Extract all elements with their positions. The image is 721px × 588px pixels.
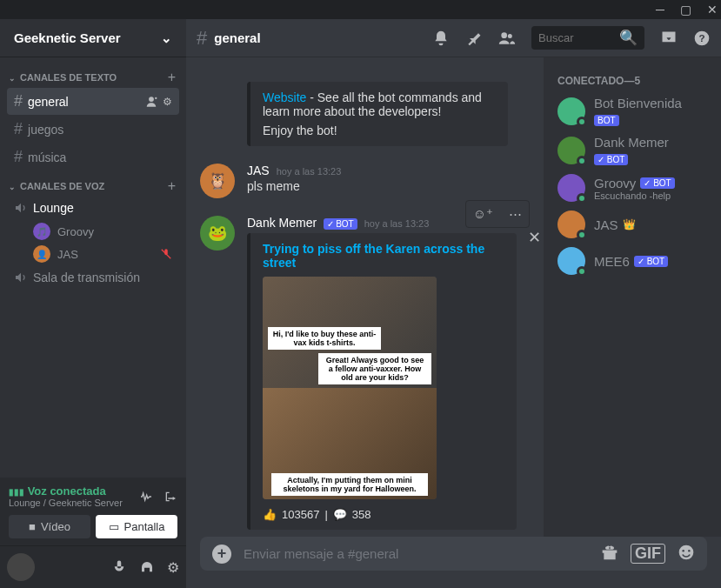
embed-image[interactable]: Hi, I'd like to buy these anti-vax kids …	[263, 277, 437, 499]
message-timestamp: hoy a las 13:23	[364, 218, 430, 229]
window-titlebar: ─ ▢ ✕	[0, 0, 721, 19]
website-link[interactable]: Website	[263, 90, 306, 104]
speaker-icon	[14, 271, 28, 284]
embed-title[interactable]: Trying to piss off the Karen across the …	[263, 242, 504, 270]
avatar[interactable]: 🦉	[200, 164, 235, 198]
chevron-down-icon: ⌄	[9, 74, 16, 83]
member-row[interactable]: Groovy ✓ BOT Escuchando -help	[551, 170, 714, 205]
camera-icon: ■	[29, 520, 36, 533]
search-input[interactable]	[538, 31, 619, 44]
channel-juegos[interactable]: # juegos	[7, 116, 179, 143]
message-actions: ☺⁺ ⋯	[465, 200, 530, 228]
pin-icon[interactable]	[465, 30, 483, 47]
upvote-icon: 👍	[263, 508, 277, 521]
bot-badge: ✓ BOT	[324, 218, 357, 230]
message: Website - See all the bot commands and l…	[186, 75, 544, 150]
member-row[interactable]: JAS 👑	[551, 207, 714, 242]
voice-connected-status: ▮▮▮ Voz conectada	[9, 484, 123, 498]
create-invite-icon[interactable]	[145, 96, 157, 108]
message-input-box[interactable]: + GIF	[200, 537, 707, 571]
hash-icon: #	[14, 148, 23, 166]
svg-point-4	[688, 550, 691, 552]
emoji-icon[interactable]	[678, 544, 695, 564]
user-panel: ⚙	[0, 546, 186, 588]
voice-status-panel: ▮▮▮ Voz conectada Lounge / Geeknetic Ser…	[0, 478, 186, 546]
avatar	[557, 247, 585, 275]
embed: ✕ Trying to piss off the Karen across th…	[247, 233, 517, 530]
status-indicator	[577, 266, 587, 277]
window-close[interactable]: ✕	[707, 3, 718, 17]
disconnect-icon[interactable]	[164, 490, 177, 504]
mic-muted-icon	[160, 248, 172, 260]
hash-icon: #	[14, 120, 23, 138]
inbox-icon[interactable]	[660, 30, 678, 47]
message-input[interactable]	[244, 546, 589, 561]
bell-icon[interactable]	[432, 30, 450, 47]
message-text: pls meme	[247, 179, 530, 193]
video-button[interactable]: ■ Vídeo	[9, 515, 90, 538]
member-name: MEE6 ✓ BOT	[594, 254, 668, 269]
hash-icon: #	[197, 27, 207, 50]
category-header-voice[interactable]: ⌄ CANALES DE VOZ +	[7, 171, 179, 196]
member-name: Bot Bienvenida BOT	[594, 96, 707, 126]
bot-badge: ✓ BOT	[634, 256, 668, 267]
member-row[interactable]: MEE6 ✓ BOT	[551, 244, 714, 278]
message-author[interactable]: JAS	[247, 164, 270, 177]
message-timestamp: hoy a las 13:23	[277, 166, 342, 177]
members-header: CONECTADO—5	[551, 71, 714, 92]
server-header[interactable]: Geeknetic Server ⌄	[0, 19, 186, 57]
chat-header: # general 🔍 ?	[186, 19, 721, 57]
status-indicator	[577, 117, 587, 127]
search-box[interactable]: 🔍	[531, 26, 644, 50]
add-channel-button[interactable]: +	[168, 70, 176, 85]
channel-general[interactable]: # general ⚙	[7, 88, 179, 115]
screen-icon: ▭	[109, 520, 119, 533]
voice-user-groovy[interactable]: 🎵 Groovy	[7, 220, 179, 243]
avatar	[557, 137, 585, 164]
noise-suppression-icon[interactable]	[139, 490, 153, 504]
chevron-down-icon: ⌄	[161, 30, 172, 46]
add-reaction-icon[interactable]: ☺⁺	[468, 203, 498, 225]
headphones-icon[interactable]	[139, 559, 155, 576]
screen-share-button[interactable]: ▭ Pantalla	[96, 515, 177, 538]
help-icon[interactable]: ?	[693, 30, 711, 47]
gear-icon[interactable]: ⚙	[163, 96, 172, 108]
voice-channel-lounge[interactable]: Lounge	[7, 197, 179, 219]
attach-button[interactable]: +	[212, 545, 231, 564]
message-input-area: + GIF	[186, 537, 721, 588]
avatar: 🎵	[33, 223, 50, 240]
speaker-icon	[14, 201, 28, 215]
avatar	[557, 174, 585, 202]
gear-icon[interactable]: ⚙	[167, 559, 179, 576]
members-icon[interactable]	[498, 30, 516, 47]
window-minimize[interactable]: ─	[656, 3, 664, 17]
category-header-text[interactable]: ⌄ CANALES DE TEXTO +	[7, 63, 179, 87]
avatar[interactable]: 🐸	[200, 216, 235, 251]
chevron-down-icon: ⌄	[9, 183, 16, 191]
window-maximize[interactable]: ▢	[680, 3, 691, 17]
message: ☺⁺ ⋯ 🐸 Dank Memer ✓ BOT hoy a las 13:23 …	[186, 212, 544, 533]
member-row[interactable]: Bot Bienvenida BOT	[551, 92, 714, 130]
avatar[interactable]	[7, 553, 35, 581]
voice-channel-sala[interactable]: Sala de transmisión	[7, 266, 179, 289]
channel-musica[interactable]: # música	[7, 144, 179, 170]
members-sidebar: CONECTADO—5 Bot Bienvenida BOT Dank Meme…	[544, 57, 721, 537]
avatar	[557, 210, 585, 238]
crown-icon: 👑	[623, 218, 636, 231]
gift-icon[interactable]	[601, 544, 618, 564]
member-row[interactable]: Dank Memer ✓ BOT	[551, 131, 714, 169]
add-channel-button[interactable]: +	[168, 178, 176, 194]
main-content: # general 🔍 ? Website - See all the bot …	[186, 19, 721, 588]
close-icon[interactable]: ✕	[528, 228, 541, 247]
member-name: Dank Memer ✓ BOT	[594, 135, 707, 165]
message-author[interactable]: Dank Memer	[247, 216, 317, 230]
more-icon[interactable]: ⋯	[504, 203, 527, 225]
voice-user-jas[interactable]: 👤 JAS	[7, 243, 179, 265]
gif-button[interactable]: GIF	[631, 544, 665, 564]
message-list: Website - See all the bot commands and l…	[186, 57, 544, 537]
avatar	[557, 97, 585, 125]
voice-channel-path: Lounge / Geeknetic Server	[9, 498, 123, 508]
svg-text:?: ?	[698, 32, 704, 43]
search-icon: 🔍	[619, 29, 638, 47]
mic-icon[interactable]	[111, 559, 127, 576]
